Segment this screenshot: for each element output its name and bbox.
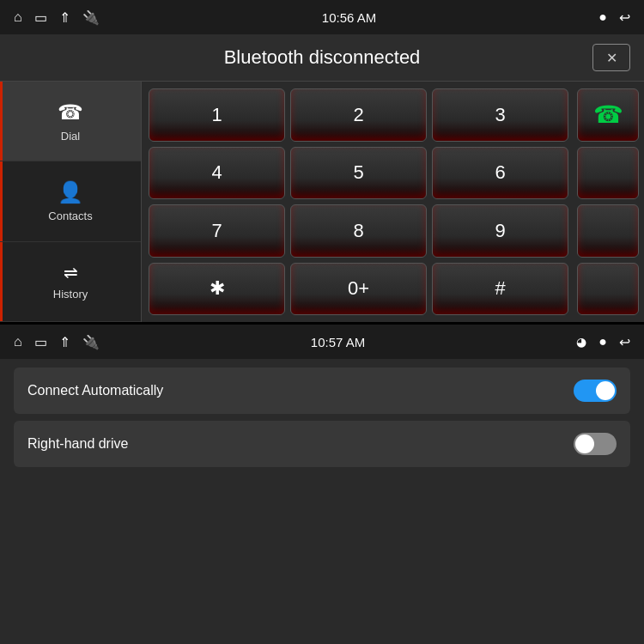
bottom-status-right: ◕ ● ↩	[576, 334, 630, 350]
settings-content: Connect Automatically Right-hand drive	[0, 359, 644, 483]
connect-auto-toggle-knob	[596, 381, 615, 400]
bluetooth-close-button[interactable]: ✕	[592, 44, 630, 71]
call-extra-btn-1[interactable]	[577, 147, 639, 200]
dial-key-9[interactable]: 9	[432, 204, 568, 258]
top-status-bar: ⌂ ▭ ⇑ 🔌 10:56 AM ● ↩	[0, 0, 644, 34]
bottom-back-icon[interactable]: ↩	[619, 334, 630, 350]
bottom-screen-icon[interactable]: ▭	[34, 334, 47, 350]
bottom-status-bar: ⌂ ▭ ⇑ 🔌 10:57 AM ◕ ● ↩	[0, 325, 644, 359]
main-content-area: ☎ Dial 👤 Contacts ⇌ History 1 2 3 4 5 6 …	[0, 82, 644, 322]
dial-key-2[interactable]: 2	[290, 88, 427, 142]
dial-key-star[interactable]: ✱	[149, 263, 285, 316]
screen-icon[interactable]: ▭	[34, 9, 47, 26]
dial-key-6[interactable]: 6	[432, 147, 568, 200]
connect-auto-toggle[interactable]	[574, 380, 617, 402]
arrows-up-icon[interactable]: ⇑	[59, 9, 70, 26]
dial-key-7[interactable]: 7	[149, 204, 285, 258]
status-bar-right-icons: ● ↩	[598, 9, 630, 26]
bottom-arrows-icon[interactable]: ⇑	[59, 334, 70, 350]
sidebar-item-history[interactable]: ⇌ History	[0, 242, 141, 322]
wifi-icon: ◕	[576, 335, 586, 349]
right-hand-row: Right-hand drive	[14, 421, 630, 467]
sidebar: ☎ Dial 👤 Contacts ⇌ History	[0, 82, 142, 322]
sidebar-item-contacts[interactable]: 👤 Contacts	[0, 161, 141, 241]
back-icon[interactable]: ↩	[619, 9, 630, 26]
bottom-location-icon: ●	[598, 334, 607, 349]
dial-key-0[interactable]: 0+	[290, 263, 427, 316]
bluetooth-title: Bluetooth disconnected	[52, 46, 592, 69]
usb-icon[interactable]: 🔌	[82, 9, 100, 26]
bottom-panel: ⌂ ▭ ⇑ 🔌 10:57 AM ◕ ● ↩ Connect Automatic…	[0, 325, 644, 644]
sidebar-dial-label: Dial	[61, 130, 80, 143]
close-icon: ✕	[606, 50, 617, 66]
bottom-status-left: ⌂ ▭ ⇑ 🔌	[14, 334, 100, 350]
status-bar-left-icons: ⌂ ▭ ⇑ 🔌	[14, 9, 100, 26]
call-button[interactable]: ☎	[577, 88, 639, 142]
call-column: ☎	[575, 82, 644, 322]
sidebar-item-dial[interactable]: ☎ Dial	[0, 82, 141, 161]
top-time: 10:56 AM	[322, 10, 376, 25]
dial-key-8[interactable]: 8	[290, 204, 427, 258]
right-hand-toggle[interactable]	[574, 433, 617, 455]
dial-icon: ☎	[58, 100, 83, 125]
dial-key-hash[interactable]: #	[432, 263, 568, 316]
bluetooth-bar: Bluetooth disconnected ✕	[0, 34, 644, 82]
dial-key-3[interactable]: 3	[432, 88, 568, 142]
dial-key-1[interactable]: 1	[149, 88, 285, 142]
dial-key-4[interactable]: 4	[149, 147, 285, 200]
phone-green-icon: ☎	[593, 100, 623, 129]
contacts-icon: 👤	[58, 180, 83, 204]
history-icon: ⇌	[64, 262, 78, 283]
bottom-usb-icon[interactable]: 🔌	[82, 334, 100, 350]
call-extra-btn-2[interactable]	[577, 204, 639, 258]
sidebar-history-label: History	[53, 288, 88, 301]
home-icon[interactable]: ⌂	[14, 9, 22, 25]
sidebar-contacts-label: Contacts	[48, 210, 92, 222]
top-panel: ⌂ ▭ ⇑ 🔌 10:56 AM ● ↩ Bluetooth disconnec…	[0, 0, 644, 322]
connect-auto-label: Connect Automatically	[27, 383, 163, 398]
bottom-time: 10:57 AM	[311, 335, 365, 349]
right-hand-label: Right-hand drive	[27, 436, 128, 452]
bottom-home-icon[interactable]: ⌂	[14, 334, 22, 349]
right-hand-toggle-knob	[575, 434, 594, 453]
dial-key-5[interactable]: 5	[290, 147, 427, 200]
dialpad: 1 2 3 4 5 6 7 8 9 ✱ 0+ #	[142, 82, 575, 322]
connect-auto-row: Connect Automatically	[14, 368, 630, 414]
location-icon: ●	[598, 9, 607, 25]
call-extra-btn-3[interactable]	[577, 263, 639, 316]
